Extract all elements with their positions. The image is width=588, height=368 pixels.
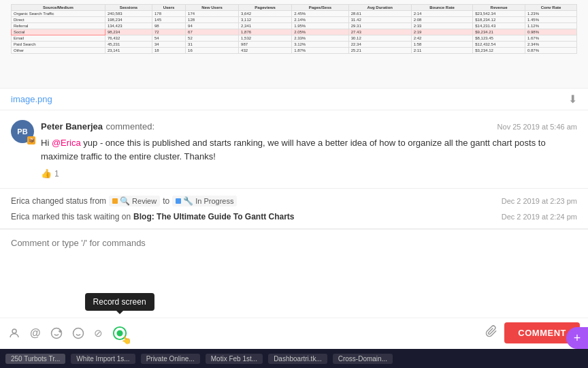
avatar-badge: 📦 xyxy=(27,136,35,144)
top-image-area: Source/MediumSessionsUsersNew UsersPagev… xyxy=(0,0,588,89)
like-icon[interactable]: 👍 xyxy=(41,168,52,179)
activity-left-2: Erica marked this task waiting on Blog: … xyxy=(11,212,295,221)
at-mention-icon[interactable]: @ xyxy=(30,327,41,339)
comment-toolbar: @ ⊘ Record screen xyxy=(0,318,588,349)
record-screen-icon[interactable]: 👆 xyxy=(112,326,127,341)
smile-plus-icon[interactable] xyxy=(50,327,63,339)
activity-timestamp-2: Dec 2 2019 at 2:24 pm xyxy=(502,213,577,221)
taskbar-item[interactable]: Private Online... xyxy=(141,354,200,364)
record-screen-container: Record screen 👆 xyxy=(112,326,127,341)
svg-point-6 xyxy=(73,328,83,338)
image-filename-row: image.png ⬇ xyxy=(0,89,588,110)
avatar: PB 📦 xyxy=(11,120,34,143)
bottom-taskbar: 250 Turbots Tr...White Import 1s...Priva… xyxy=(0,349,588,368)
taskbar-item[interactable]: White Import 1s... xyxy=(71,354,135,364)
svg-point-0 xyxy=(12,329,16,333)
to-status-dot xyxy=(176,198,181,204)
image-filename-link[interactable]: image.png xyxy=(11,94,52,104)
comment-block: PB 📦 Peter Banerjea commented: Nov 25 20… xyxy=(0,110,588,189)
activity-action-1: changed status from xyxy=(32,196,106,206)
svg-point-10 xyxy=(117,331,122,335)
comment-text-prefix: Hi xyxy=(41,138,52,148)
activity-action-2: marked this task waiting on xyxy=(32,212,131,221)
avatar-initials: PB xyxy=(17,127,27,136)
attach-icon[interactable] xyxy=(485,325,497,341)
activity-left-1: Erica changed status from 🔍 Review to 🔧 … xyxy=(11,196,237,206)
to-label: to xyxy=(163,196,169,206)
emoji-icon[interactable] xyxy=(72,327,84,339)
task-link[interactable]: Blog: The Ultimate Guide To Gantt Charts xyxy=(133,212,294,221)
like-count: 1 xyxy=(54,169,59,179)
activity-actor-2: Erica xyxy=(11,212,29,221)
comment-input-section: @ ⊘ Record screen xyxy=(0,229,588,349)
comment-timestamp: Nov 25 2019 at 5:46 am xyxy=(497,123,577,131)
fab-button[interactable]: + xyxy=(566,327,588,349)
comment-input[interactable] xyxy=(0,230,588,318)
user-icon[interactable] xyxy=(8,327,20,339)
activity-actor-1: Erica xyxy=(11,196,29,206)
like-section: 👍 1 xyxy=(41,168,577,179)
comment-author: Peter Banerjea xyxy=(41,121,103,132)
to-status-label: In Progress xyxy=(195,197,233,205)
to-status-badge: 🔧 In Progress xyxy=(172,196,237,206)
wrench-icon-small: 🔧 xyxy=(183,196,193,206)
toolbar-left: @ ⊘ Record screen xyxy=(8,326,127,341)
taskbar-item[interactable]: 250 Turbots Tr... xyxy=(5,354,65,364)
download-icon[interactable]: ⬇ xyxy=(568,93,577,106)
activity-timestamp-1: Dec 2 2019 at 2:23 pm xyxy=(502,197,577,205)
activity-section: Erica changed status from 🔍 Review to 🔧 … xyxy=(0,189,588,229)
comment-action: commented: xyxy=(106,121,155,132)
activity-row-1: Erica changed status from 🔍 Review to 🔧 … xyxy=(11,193,577,209)
fab-icon: + xyxy=(574,331,581,346)
main-container: Source/MediumSessionsUsersNew UsersPagev… xyxy=(0,0,588,368)
activity-row-2: Erica marked this task waiting on Blog: … xyxy=(11,209,577,224)
comment-header: Peter Banerjea commented: Nov 25 2019 at… xyxy=(41,120,577,132)
search-icon-small: 🔍 xyxy=(120,196,130,206)
comment-text: Hi @Erica yup - once this is published a… xyxy=(41,136,577,163)
taskbar-item[interactable]: Motix Feb 1st... xyxy=(206,354,263,364)
from-status-label: Review xyxy=(132,197,157,205)
spreadsheet-table: Source/MediumSessionsUsersNew UsersPagev… xyxy=(11,4,577,54)
toolbar-right: COMMENT xyxy=(485,322,580,343)
comment-content: Peter Banerjea commented: Nov 25 2019 at… xyxy=(41,120,577,179)
from-status-badge: 🔍 Review xyxy=(109,196,160,206)
from-status-dot xyxy=(112,198,118,204)
taskbar-item[interactable]: Cross-Domain... xyxy=(333,354,393,364)
slash-command-icon[interactable]: ⊘ xyxy=(94,327,103,339)
taskbar-item[interactable]: Dashboartri.tk... xyxy=(268,354,327,364)
comment-mention: @Erica xyxy=(52,138,81,148)
comment-text-suffix: yup - once this is published and starts … xyxy=(41,138,546,162)
